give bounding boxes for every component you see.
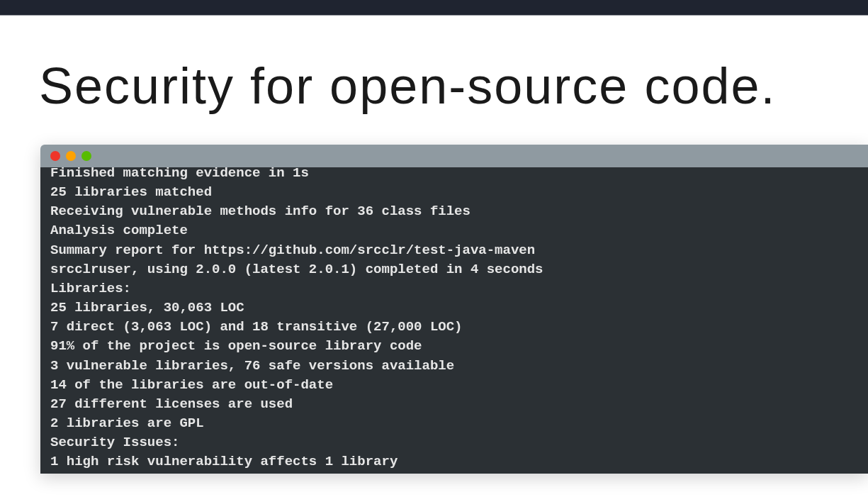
terminal-line: Finished matching evidence in 1s <box>50 167 858 183</box>
terminal-line: 25 libraries, 30,063 LOC <box>50 298 858 318</box>
terminal-line: Analysis complete <box>50 221 858 240</box>
terminal-line: 91% of the project is open-source librar… <box>50 337 858 356</box>
hero-title: Security for open-source code. <box>0 16 868 115</box>
terminal-line: 14 of the libraries are out-of-date <box>50 376 858 395</box>
terminal-line: 25 libraries matched <box>50 183 858 202</box>
terminal-line: 2 libraries are GPL <box>50 414 858 433</box>
top-nav-bar <box>0 0 868 16</box>
terminal-output[interactable]: Finished matching evidence in 1s25 libra… <box>40 167 868 474</box>
terminal-line: 7 direct (3,063 LOC) and 18 transitive (… <box>50 318 858 337</box>
terminal-line: Security Issues: <box>50 433 858 452</box>
close-icon[interactable] <box>50 151 60 161</box>
terminal-titlebar <box>40 145 868 167</box>
zoom-icon[interactable] <box>81 151 91 161</box>
terminal-line: 27 different licenses are used <box>50 395 858 414</box>
terminal-line: 1 high risk vulnerability affects 1 libr… <box>50 452 858 471</box>
minimize-icon[interactable] <box>66 151 76 161</box>
terminal-line: Libraries: <box>50 279 858 298</box>
terminal-line: 3 vulnerable libraries, 76 safe versions… <box>50 357 858 376</box>
terminal-line: Receiving vulnerable methods info for 36… <box>50 202 858 221</box>
terminal-window: Finished matching evidence in 1s25 libra… <box>40 145 868 474</box>
terminal-line: Summary report for https://github.com/sr… <box>50 241 858 260</box>
terminal-line: srcclruser, using 2.0.0 (latest 2.0.1) c… <box>50 260 858 279</box>
